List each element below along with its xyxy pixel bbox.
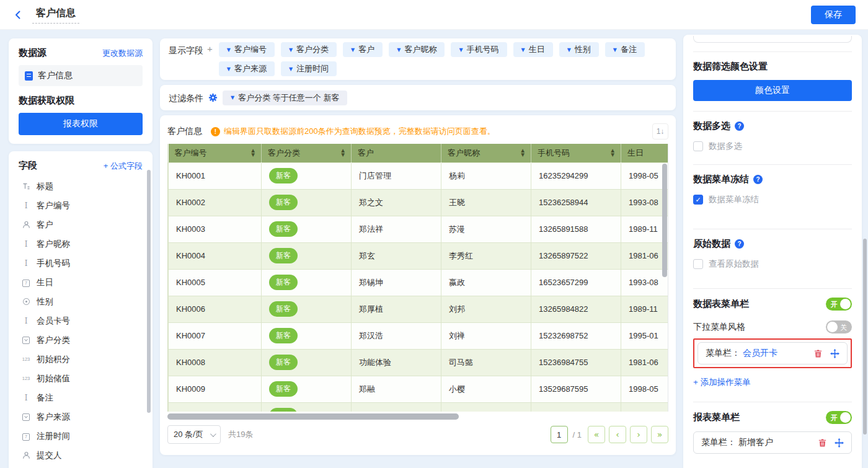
table-horizontal-scrollbar[interactable] bbox=[167, 413, 459, 420]
move-icon[interactable] bbox=[835, 438, 844, 448]
last-page-button[interactable]: » bbox=[651, 426, 668, 443]
category-badge: 新客 bbox=[269, 221, 298, 237]
field-item[interactable]: 7生日 bbox=[19, 273, 143, 292]
formula-field-link[interactable]: + 公式字段 bbox=[104, 161, 143, 172]
window-scrollbar[interactable] bbox=[863, 239, 867, 435]
category-badge: 新客 bbox=[269, 168, 298, 183]
save-button[interactable]: 保存 bbox=[811, 6, 856, 24]
report-menu-toggle[interactable]: 开 bbox=[826, 411, 852, 424]
field-item[interactable]: 客户来源 bbox=[19, 407, 143, 426]
chip-label: 客户分类 bbox=[296, 44, 329, 55]
menu-freeze-checkbox-row[interactable]: ✓ 数据菜单冻结 bbox=[693, 194, 852, 205]
multi-select-checkbox-label: 数据多选 bbox=[709, 141, 742, 152]
menu-freeze-heading: 数据菜单冻结 ? bbox=[693, 174, 852, 185]
field-item[interactable]: 123初始储值 bbox=[19, 369, 143, 388]
field-item[interactable]: 客户 bbox=[19, 215, 143, 234]
fields-scrollbar[interactable] bbox=[147, 170, 151, 413]
cell: KH0007 bbox=[169, 322, 262, 349]
chip-label: 手机号码 bbox=[467, 44, 499, 55]
field-item[interactable]: 提交人 bbox=[19, 446, 143, 465]
page-number-input[interactable]: 1 bbox=[551, 426, 568, 443]
raw-data-checkbox-label: 查看原始数据 bbox=[709, 258, 759, 270]
column-header[interactable]: 客户分类▲▼ bbox=[262, 144, 352, 162]
field-item[interactable]: 标题 bbox=[19, 177, 143, 196]
page-size-select[interactable]: 20 条/页 bbox=[167, 425, 221, 444]
report-menu-item[interactable]: 菜单栏： 新增客户 bbox=[693, 431, 852, 454]
display-field-chip[interactable]: ▼客户来源 bbox=[219, 61, 275, 76]
menu-item-name[interactable]: 会员开卡 bbox=[743, 348, 777, 359]
column-header-label: 客户 bbox=[358, 148, 374, 159]
column-header: 生日 bbox=[621, 144, 669, 162]
field-item-label: 手机号码 bbox=[37, 258, 70, 269]
field-item[interactable]: I手机号码 bbox=[19, 254, 143, 273]
field-item[interactable]: I备注 bbox=[19, 388, 143, 407]
question-icon[interactable]: ? bbox=[735, 121, 744, 131]
change-datasource-link[interactable]: 更改数据源 bbox=[102, 48, 143, 59]
display-field-chip[interactable]: ▼性别 bbox=[559, 42, 599, 57]
table-warning: ! 编辑界面只取数据源前200条作为查询数据预览，完整数据请访问页面查看。 bbox=[211, 126, 495, 137]
cell: KH0003 bbox=[169, 216, 262, 242]
report-permission-button[interactable]: 报表权限 bbox=[19, 113, 143, 135]
trash-icon[interactable] bbox=[813, 349, 823, 358]
multi-select-heading: 数据多选 ? bbox=[693, 120, 852, 132]
table-menu-toggle[interactable]: 开 bbox=[826, 298, 852, 311]
chip-label: 注册时间 bbox=[296, 63, 329, 74]
multi-select-checkbox[interactable] bbox=[693, 141, 703, 151]
raw-data-checkbox[interactable] bbox=[693, 259, 703, 269]
sort-arrows-icon[interactable]: ▲▼ bbox=[251, 149, 255, 157]
field-item[interactable]: 性别 bbox=[19, 292, 143, 311]
trash-icon[interactable] bbox=[818, 438, 827, 448]
next-page-button[interactable]: › bbox=[630, 426, 647, 443]
menu-item[interactable]: 菜单栏： 会员开卡 bbox=[698, 342, 848, 364]
field-item-label: 性别 bbox=[37, 296, 53, 307]
gear-icon[interactable] bbox=[208, 93, 218, 102]
raw-data-checkbox-row[interactable]: 查看原始数据 bbox=[693, 258, 852, 270]
select-icon bbox=[21, 337, 31, 344]
display-field-chip[interactable]: ▼手机号码 bbox=[451, 42, 507, 57]
question-icon[interactable]: ? bbox=[735, 239, 744, 249]
display-field-chip[interactable]: ▼注册时间 bbox=[281, 61, 337, 76]
menu-freeze-checkbox[interactable]: ✓ bbox=[693, 195, 703, 205]
cell: 李秀红 bbox=[441, 242, 531, 269]
cell: 门店管理 bbox=[352, 162, 441, 189]
chip-label: 客户来源 bbox=[234, 63, 267, 74]
sort-tool-button[interactable]: 1↓ bbox=[652, 123, 668, 139]
add-action-menu-link[interactable]: + 添加操作菜单 bbox=[693, 377, 852, 388]
table-vertical-scrollbar[interactable] bbox=[662, 164, 667, 277]
display-field-chip[interactable]: ▼客户昵称 bbox=[389, 42, 445, 57]
filter-condition-chip[interactable]: ▼ 客户分类 等于任意一个 新客 bbox=[223, 91, 347, 105]
field-item[interactable]: I会员卡号 bbox=[19, 311, 143, 330]
cell: KH0004 bbox=[169, 242, 262, 269]
multi-select-checkbox-row[interactable]: 数据多选 bbox=[693, 141, 852, 152]
display-field-chip[interactable]: ▼备注 bbox=[605, 42, 645, 57]
menu-item-name: 新增客户 bbox=[738, 437, 773, 448]
field-item[interactable]: 7注册时间 bbox=[19, 426, 143, 446]
back-button[interactable] bbox=[12, 9, 24, 20]
column-header[interactable]: 客户编号▲▼ bbox=[169, 144, 262, 162]
field-item[interactable]: 123初始积分 bbox=[19, 350, 143, 369]
question-icon[interactable]: ? bbox=[753, 175, 763, 184]
dropdown-style-toggle[interactable]: 关 bbox=[826, 320, 852, 333]
add-display-field-icon[interactable]: + bbox=[207, 43, 213, 54]
sort-arrows-icon[interactable]: ▲▼ bbox=[521, 149, 525, 157]
chevron-left-icon bbox=[12, 9, 24, 20]
field-item[interactable]: I客户昵称 bbox=[19, 234, 143, 254]
sort-arrows-icon[interactable]: ▲▼ bbox=[611, 149, 614, 157]
column-header[interactable]: 手机号码▲▼ bbox=[531, 144, 621, 162]
cell: 司马懿 bbox=[441, 349, 531, 376]
field-item[interactable]: I客户编号 bbox=[19, 196, 143, 215]
display-field-chip[interactable]: ▼客户分类 bbox=[281, 42, 337, 57]
color-setting-button[interactable]: 颜色设置 bbox=[693, 80, 852, 101]
first-page-button[interactable]: « bbox=[588, 426, 605, 443]
table-menu-heading-row: 数据表菜单栏 开 bbox=[693, 298, 852, 311]
datasource-item[interactable]: 客户信息 bbox=[19, 65, 143, 86]
prev-page-button[interactable]: ‹ bbox=[609, 426, 626, 443]
display-field-chip[interactable]: ▼客户 bbox=[343, 42, 383, 57]
display-field-chip[interactable]: ▼客户编号 bbox=[219, 42, 275, 57]
column-header[interactable]: 客户昵称▲▼ bbox=[441, 144, 531, 162]
field-item[interactable]: 客户分类 bbox=[19, 330, 143, 350]
move-icon[interactable] bbox=[830, 349, 839, 358]
display-field-chip[interactable]: ▼生日 bbox=[513, 42, 553, 57]
sort-arrows-icon[interactable]: ▲▼ bbox=[341, 149, 345, 157]
field-item-label: 客户昵称 bbox=[37, 239, 70, 250]
